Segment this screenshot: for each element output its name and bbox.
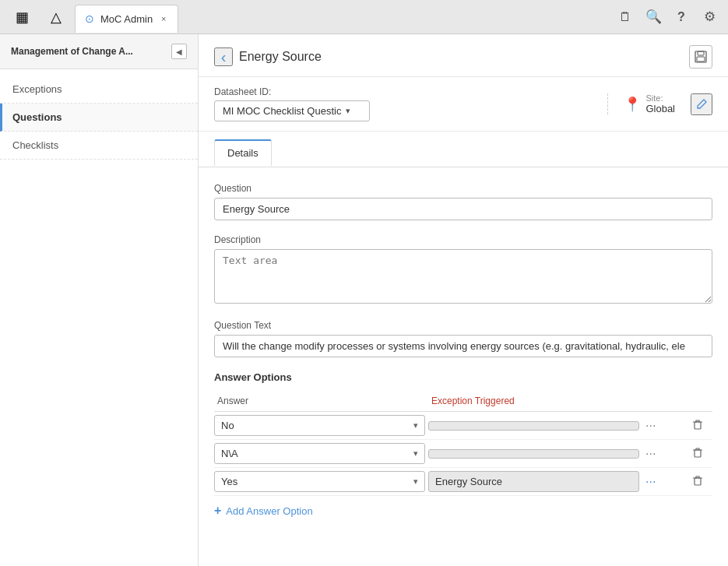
help-icon: ? — [677, 10, 685, 24]
col-actions-header — [642, 395, 689, 406]
chevron-down-icon: ▾ — [346, 106, 350, 116]
search-button[interactable]: 🔍 — [641, 5, 666, 30]
answer-select-2[interactable]: N\A ▾ — [214, 443, 425, 464]
description-group: Description — [214, 234, 712, 306]
delete-col-3 — [689, 473, 712, 490]
answer-options-title: Answer Options — [214, 371, 712, 383]
save-button[interactable] — [689, 45, 712, 69]
tab-dashboard[interactable]: ▦ — [6, 2, 37, 33]
answer-chevron-3: ▾ — [413, 476, 418, 487]
search-icon: 🔍 — [645, 9, 662, 25]
form-body: Question Description Question Text Answe… — [199, 167, 728, 566]
content-tabs: Details — [199, 132, 728, 167]
delete-button-3[interactable] — [689, 473, 706, 490]
sidebar-item-questions[interactable]: Questions — [0, 104, 198, 132]
sidebar-item-checklists[interactable]: Checklists — [0, 132, 198, 160]
help-button[interactable]: ? — [669, 5, 694, 30]
sidebar-collapse-button[interactable]: ◀ — [171, 44, 187, 59]
table-row: Yes ▾ Energy Source ··· — [214, 468, 712, 496]
delete-button-2[interactable] — [689, 445, 706, 462]
more-options-button-2[interactable]: ··· — [642, 445, 659, 462]
delete-button-1[interactable] — [689, 417, 706, 434]
sidebar-item-exceptions[interactable]: Exceptions — [0, 76, 198, 104]
question-text-group: Question Text — [214, 320, 712, 357]
site-value: Global — [645, 103, 675, 114]
back-button[interactable]: ‹ — [214, 47, 233, 66]
more-options-button-1[interactable]: ··· — [642, 417, 659, 434]
exception-field-3[interactable]: Energy Source — [428, 471, 639, 492]
datasheet-row: Datasheet ID: MI MOC Checklist Questic ▾… — [199, 77, 728, 132]
location-icon: 📍 — [624, 96, 641, 113]
site-info: Site: Global — [645, 93, 675, 114]
table-row: No ▾ ··· — [214, 412, 712, 440]
content-header: ‹ Energy Source — [199, 34, 728, 77]
answer-value-3: Yes — [221, 476, 237, 487]
answer-select-3[interactable]: Yes ▾ — [214, 471, 425, 492]
edit-button[interactable] — [691, 93, 712, 115]
answer-options-section: Answer Options Answer Exception Triggere… — [214, 371, 712, 526]
exception-field-1[interactable] — [428, 421, 639, 431]
trash-icon-2 — [692, 447, 703, 458]
svg-rect-2 — [697, 57, 705, 62]
exception-field-2[interactable] — [428, 449, 639, 459]
trash-icon-3 — [692, 475, 703, 486]
question-text-label: Question Text — [214, 320, 712, 331]
sidebar-nav: Exceptions Questions Checklists — [0, 69, 198, 166]
delete-col-2 — [689, 445, 712, 462]
tab-moc-label: MoC Admin — [100, 13, 153, 25]
answer-table-header: Answer Exception Triggered — [214, 391, 712, 412]
sidebar-title-text: Management of Change A... — [11, 46, 167, 57]
tab-hierarchy[interactable]: △ — [40, 2, 72, 33]
tab-close-button[interactable]: × — [157, 12, 170, 25]
trash-icon-1 — [692, 419, 703, 430]
page-title: Energy Source — [239, 50, 683, 64]
content-area: ‹ Energy Source Datasheet ID: MI MOC Che… — [199, 34, 728, 566]
site-section: 📍 Site: Global — [607, 93, 675, 114]
settings-icon: ⚙ — [704, 9, 716, 25]
question-text-input[interactable] — [214, 335, 712, 357]
answer-value-2: N\A — [221, 448, 238, 459]
answer-actions-3: ··· — [642, 473, 689, 490]
add-answer-label: Add Answer Option — [226, 505, 312, 517]
datasheet-label: Datasheet ID: — [214, 86, 370, 97]
datasheet-value: MI MOC Checklist Questic — [223, 105, 341, 117]
question-group: Question — [214, 183, 712, 220]
answer-chevron-2: ▾ — [413, 448, 418, 459]
edit-icon — [695, 98, 708, 111]
main-layout: Management of Change A... ◀ Exceptions Q… — [0, 34, 728, 566]
settings-button[interactable]: ⚙ — [697, 5, 722, 30]
question-label: Question — [214, 183, 712, 194]
notifications-button[interactable]: 🗒 — [613, 5, 638, 30]
tab-details[interactable]: Details — [214, 139, 272, 167]
tab-moc-admin[interactable]: ⊙ MoC Admin × — [75, 5, 178, 33]
question-input[interactable] — [214, 198, 712, 220]
description-label: Description — [214, 234, 712, 245]
datasheet-select[interactable]: MI MOC Checklist Questic ▾ — [214, 100, 370, 121]
answer-value-1: No — [221, 420, 234, 431]
toolbar-icons: 🗒 🔍 ? ⚙ — [613, 5, 722, 30]
plus-icon: + — [214, 504, 221, 518]
svg-rect-1 — [698, 51, 704, 55]
tab-bar: ▦ △ ⊙ MoC Admin × 🗒 🔍 ? ⚙ — [0, 0, 728, 34]
save-icon — [695, 51, 707, 63]
sidebar: Management of Change A... ◀ Exceptions Q… — [0, 34, 199, 566]
hierarchy-icon: △ — [51, 9, 62, 26]
notifications-icon: 🗒 — [619, 10, 631, 24]
answer-actions-2: ··· — [642, 445, 689, 462]
dashboard-icon: ▦ — [16, 9, 29, 26]
col-answer-header: Answer — [214, 395, 428, 406]
sidebar-title: Management of Change A... ◀ — [0, 34, 198, 69]
col-delete-header — [689, 395, 712, 406]
more-options-button-3[interactable]: ··· — [642, 473, 659, 490]
site-label: Site: — [645, 93, 675, 103]
svg-rect-5 — [695, 478, 701, 485]
description-textarea[interactable] — [214, 249, 712, 304]
answer-actions-1: ··· — [642, 417, 689, 434]
delete-col-1 — [689, 417, 712, 434]
answer-select-1[interactable]: No ▾ — [214, 415, 425, 436]
datasheet-field: Datasheet ID: MI MOC Checklist Questic ▾ — [214, 86, 370, 121]
col-exception-header: Exception Triggered — [428, 395, 642, 406]
tab-nav: Details — [214, 139, 712, 167]
add-answer-option-button[interactable]: + Add Answer Option — [214, 496, 712, 526]
svg-rect-4 — [695, 450, 701, 457]
